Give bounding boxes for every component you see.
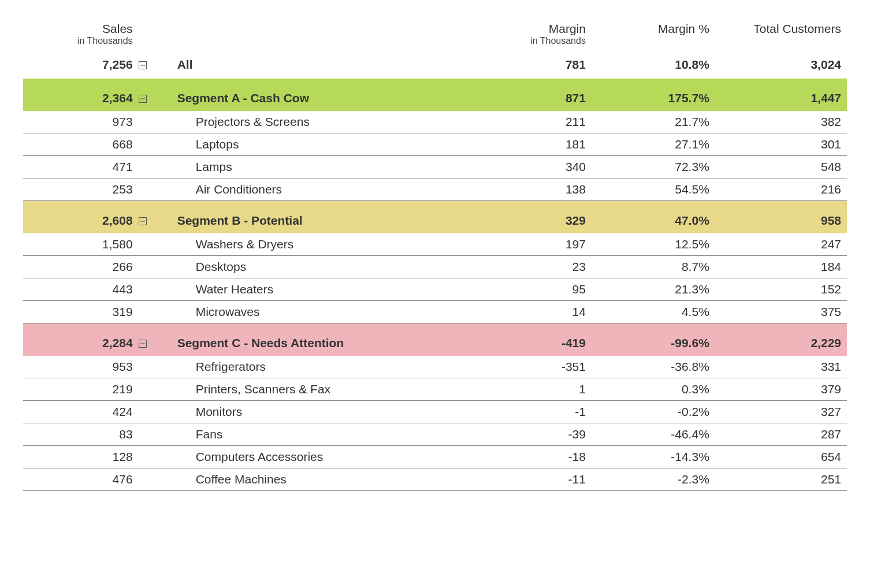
item-customers: 654: [715, 446, 847, 468]
item-margin: -11: [468, 468, 592, 491]
table-body: 7,256 All 781 10.8% 3,024 2,364 Segment …: [23, 57, 847, 491]
item-customers: 331: [715, 356, 847, 378]
item-margin: -39: [468, 423, 592, 446]
item-margin-pct: 0.3%: [592, 378, 715, 401]
item-margin-pct: 4.5%: [592, 301, 715, 323]
item-label: Laptops: [172, 133, 468, 156]
item-customers: 251: [715, 468, 847, 491]
item-row[interactable]: 443 Water Heaters 95 21.3% 152: [23, 278, 847, 301]
item-row[interactable]: 83 Fans -39 -46.4% 287: [23, 423, 847, 446]
item-row[interactable]: 266 Desktops 23 8.7% 184: [23, 256, 847, 278]
segment-margin: 871: [468, 79, 592, 111]
segment-margin-pct: 47.0%: [592, 201, 715, 234]
item-margin-pct: 54.5%: [592, 178, 715, 201]
header-sales[interactable]: Sales in Thousands: [23, 17, 139, 57]
item-row[interactable]: 1,580 Washers & Dryers 197 12.5% 247: [23, 233, 847, 256]
item-margin-pct: -2.3%: [592, 468, 715, 491]
segment-sales: 2,364: [23, 79, 139, 111]
pivot-table: Sales in Thousands Margin in Thousands M…: [23, 17, 847, 491]
item-sales: 668: [23, 133, 139, 156]
header-sales-title: Sales: [29, 22, 133, 36]
item-row[interactable]: 424 Monitors -1 -0.2% 327: [23, 401, 847, 423]
row-all[interactable]: 7,256 All 781 10.8% 3,024: [23, 57, 847, 79]
header-customers[interactable]: Total Customers: [715, 17, 847, 57]
header-margin[interactable]: Margin in Thousands: [468, 17, 592, 57]
header-row: Sales in Thousands Margin in Thousands M…: [23, 17, 847, 57]
item-row[interactable]: 253 Air Conditioners 138 54.5% 216: [23, 178, 847, 201]
collapse-icon[interactable]: [139, 340, 147, 348]
all-customers: 3,024: [715, 57, 847, 79]
segment-row-b[interactable]: 2,608 Segment B - Potential 329 47.0% 95…: [23, 201, 847, 234]
collapse-icon[interactable]: [139, 217, 147, 225]
segment-row-c[interactable]: 2,284 Segment C - Needs Attention -419 -…: [23, 323, 847, 356]
item-margin-pct: -14.3%: [592, 446, 715, 468]
collapse-icon[interactable]: [139, 95, 147, 103]
item-label: Monitors: [172, 401, 468, 423]
item-sales: 253: [23, 178, 139, 201]
item-customers: 247: [715, 233, 847, 256]
item-sales: 1,580: [23, 233, 139, 256]
item-sales: 83: [23, 423, 139, 446]
item-sales: 424: [23, 401, 139, 423]
item-customers: 287: [715, 423, 847, 446]
segment-sales: 2,608: [23, 201, 139, 234]
item-margin: 340: [468, 156, 592, 178]
header-expand-spacer: [139, 17, 172, 57]
item-row[interactable]: 128 Computers Accessories -18 -14.3% 654: [23, 446, 847, 468]
item-label: Projectors & Screens: [172, 111, 468, 133]
item-row[interactable]: 471 Lamps 340 72.3% 548: [23, 156, 847, 178]
segment-margin: 329: [468, 201, 592, 234]
segment-margin: -419: [468, 323, 592, 356]
item-label: Lamps: [172, 156, 468, 178]
all-sales: 7,256: [23, 57, 139, 79]
all-margin: 781: [468, 57, 592, 79]
segment-label: Segment A - Cash Cow: [172, 79, 468, 111]
segment-row-a[interactable]: 2,364 Segment A - Cash Cow 871 175.7% 1,…: [23, 79, 847, 111]
item-row[interactable]: 953 Refrigerators -351 -36.8% 331: [23, 356, 847, 378]
item-row[interactable]: 476 Coffee Machines -11 -2.3% 251: [23, 468, 847, 491]
item-label: Computers Accessories: [172, 446, 468, 468]
all-label: All: [172, 57, 468, 79]
item-customers: 379: [715, 378, 847, 401]
segment-margin-pct: -99.6%: [592, 323, 715, 356]
header-sales-sub: in Thousands: [29, 36, 133, 46]
segment-customers: 958: [715, 201, 847, 234]
item-customers: 152: [715, 278, 847, 301]
item-margin-pct: -0.2%: [592, 401, 715, 423]
item-sales: 953: [23, 356, 139, 378]
item-customers: 548: [715, 156, 847, 178]
all-margin-pct: 10.8%: [592, 57, 715, 79]
header-margin-pct-title: Margin %: [597, 22, 709, 36]
item-row[interactable]: 973 Projectors & Screens 211 21.7% 382: [23, 111, 847, 133]
header-customers-title: Total Customers: [721, 22, 841, 36]
item-label: Fans: [172, 423, 468, 446]
item-margin-pct: 72.3%: [592, 156, 715, 178]
item-row[interactable]: 319 Microwaves 14 4.5% 375: [23, 301, 847, 323]
item-margin: -351: [468, 356, 592, 378]
item-sales: 266: [23, 256, 139, 278]
item-sales: 128: [23, 446, 139, 468]
item-margin-pct: 27.1%: [592, 133, 715, 156]
item-sales: 443: [23, 278, 139, 301]
item-margin: 1: [468, 378, 592, 401]
item-label: Desktops: [172, 256, 468, 278]
item-label: Microwaves: [172, 301, 468, 323]
item-customers: 375: [715, 301, 847, 323]
item-label: Printers, Scanners & Fax: [172, 378, 468, 401]
item-label: Washers & Dryers: [172, 233, 468, 256]
item-label: Water Heaters: [172, 278, 468, 301]
item-margin: 23: [468, 256, 592, 278]
item-customers: 184: [715, 256, 847, 278]
collapse-icon[interactable]: [139, 61, 147, 69]
item-sales: 219: [23, 378, 139, 401]
item-margin-pct: 21.3%: [592, 278, 715, 301]
item-margin: -18: [468, 446, 592, 468]
item-sales: 973: [23, 111, 139, 133]
segment-margin-pct: 175.7%: [592, 79, 715, 111]
item-row[interactable]: 668 Laptops 181 27.1% 301: [23, 133, 847, 156]
item-row[interactable]: 219 Printers, Scanners & Fax 1 0.3% 379: [23, 378, 847, 401]
header-margin-pct[interactable]: Margin %: [592, 17, 715, 57]
item-sales: 476: [23, 468, 139, 491]
item-margin-pct: -36.8%: [592, 356, 715, 378]
item-margin-pct: -46.4%: [592, 423, 715, 446]
